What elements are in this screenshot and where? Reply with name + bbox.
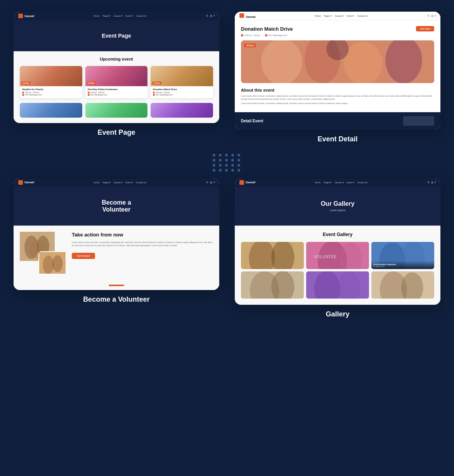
svg-point-15 (271, 242, 294, 269)
gal-nav-home[interactable]: Home (315, 181, 321, 184)
event-detail-section: Gaveall Home Pages ▾ Causes ▾ Event ▾ Co… (235, 12, 440, 147)
event-page-label: Event Page (14, 129, 219, 137)
volunteer-bottom-bar (109, 285, 124, 286)
gallery-hero-title: Our Gallery (321, 200, 354, 207)
detail-social-icons: 𝕏 ◎ f (427, 14, 436, 17)
brand-logo-icon (18, 14, 23, 18)
event-cards-grid: 24 Des Skydive for Charity 3:00 am - 3:3… (20, 66, 213, 98)
volunteer-content-title: Take action from now (72, 232, 213, 238)
gallery-hero: Our Gallery Lorem ipsum (235, 187, 440, 226)
dot (213, 154, 215, 156)
location-dot-2 (88, 94, 90, 96)
event-detail-body: Donation Match Drive Join Now 3:00 am - … (235, 21, 440, 112)
event-page-section: Gaveall Home Pages ▾ Causes ▾ Event ▾ Co… (14, 12, 219, 147)
gal-nav-pages[interactable]: Pages ▾ (324, 181, 331, 184)
event-detail-time: 3:00 am - 3:30 pm (241, 34, 260, 36)
event-bottom-img-3 (151, 103, 213, 118)
detail-nav-event[interactable]: Event ▾ (347, 15, 354, 17)
gal-nav-causes[interactable]: Causes ▾ (334, 181, 343, 184)
join-now-button[interactable]: Join Now (416, 26, 434, 31)
nav-pages[interactable]: Pages ▾ (102, 15, 110, 17)
bottom-row: Gaveall Home Pages ▾ Causes ▾ Event ▾ Co… (14, 178, 440, 322)
volunteer-secondary-image (38, 251, 66, 274)
time-text-3: 3:00 am - 3:30 pm (156, 92, 170, 94)
event-page-body: Upcoming event 24 Des Skydive for Charit… (14, 51, 219, 123)
twitter-icon: 𝕏 (206, 14, 208, 17)
gal-nav-event[interactable]: Event ▾ (347, 181, 354, 184)
gallery-item-3[interactable]: First donation collection 12 Januari 202… (371, 242, 434, 269)
dot (231, 169, 234, 172)
gallery-item-overlay-3: First donation collection 12 Januari 202… (371, 261, 434, 269)
detail-nav-pages[interactable]: Pages ▾ (324, 15, 331, 17)
facebook-icon: f (214, 14, 215, 17)
event-img-2: 25 Des (85, 66, 148, 86)
gallery-img-1 (241, 242, 304, 269)
event-detail-hero-bg (241, 40, 434, 83)
event-card-1[interactable]: 24 Des Skydive for Charity 3:00 am - 3:3… (20, 66, 82, 98)
event-info-3: Donation Match Drive 3:00 am - 3:30 pm #… (151, 86, 213, 98)
event-badge-2: 25 Des (87, 82, 96, 85)
nav-home[interactable]: Home (94, 15, 100, 17)
time-text-2: 3:00 am - 3:30 pm (90, 92, 105, 94)
gallery-img-2: VOLUNTEE (306, 242, 369, 269)
vol-nav-event[interactable]: Event ▾ (126, 181, 133, 184)
volunteer-content: Take action from now Lorem ipsum dolor s… (72, 232, 213, 259)
event-img-3: 30 Des (151, 66, 213, 86)
dot (231, 154, 234, 156)
dot (237, 154, 240, 156)
location-dot-3 (153, 94, 155, 96)
gallery-item-1[interactable] (241, 242, 304, 269)
location-value: #517 Washington Ave (269, 34, 287, 36)
vol-nav-contact[interactable]: Contact Us (136, 181, 146, 184)
social-icons: 𝕏 ◎ f (206, 14, 215, 17)
vol-nav-home[interactable]: Home (94, 181, 100, 184)
gallery-item-4[interactable] (241, 271, 304, 299)
volunteer-hero-text: Become a Volunteer (102, 199, 131, 213)
vol-nav-pages[interactable]: Pages ▾ (102, 181, 110, 184)
dot (213, 164, 215, 167)
gallery-section-title: Event Gallery (241, 232, 434, 237)
gallery-item-date-3: 12 Januari 2021 (373, 266, 432, 268)
dots-separator (12, 151, 442, 174)
nav-causes[interactable]: Causes ▾ (113, 15, 122, 17)
vol-nav-causes[interactable]: Causes ▾ (113, 181, 122, 184)
event-detail-main-title: Donation Match Drive (241, 26, 293, 32)
gallery-item-5[interactable] (306, 271, 369, 299)
detail-nav-causes[interactable]: Causes ▾ (335, 15, 344, 17)
event-detail-brand-name: Gaveall (246, 16, 255, 18)
event-detail-img-badge: 30 Des (244, 43, 256, 47)
event-card-2[interactable]: 25 Des One-Day Online Fundraiser 3:00 am… (85, 66, 148, 98)
detail-twitter-icon: 𝕏 (427, 14, 430, 17)
dot (213, 159, 215, 162)
dot (225, 164, 228, 167)
time-icon (241, 34, 243, 36)
dot (219, 159, 222, 162)
event-card-3[interactable]: 30 Des Donation Match Drive 3:00 am - 3:… (151, 66, 213, 98)
get-started-button[interactable]: Get Started (72, 253, 95, 259)
event-time-2: 3:00 am - 3:30 pm (88, 92, 146, 94)
gal-nav-contact[interactable]: Contact Us (357, 181, 367, 184)
gallery-nav-links: Home Pages ▾ Causes ▾ Event ▾ Contact Us (315, 181, 368, 184)
event-detail-location: #517 Washington Ave (265, 34, 287, 36)
event-bottom-img-2 (85, 103, 148, 118)
nav-event[interactable]: Event ▾ (126, 15, 133, 17)
event-location-1: #517 Washington Ave (22, 94, 80, 96)
detail-nav-home[interactable]: Home (315, 15, 321, 17)
gallery-grid: VOLUNTEE (241, 242, 434, 299)
nav-contact[interactable]: Contact Us (136, 15, 146, 17)
svg-point-14 (249, 242, 275, 269)
detail-nav-contact[interactable]: Contact Us (357, 15, 367, 17)
volunteer-navbar: Gaveall Home Pages ▾ Causes ▾ Event ▾ Co… (14, 178, 219, 187)
event-badge-3: 30 Des (152, 82, 161, 85)
svg-point-4 (385, 40, 422, 83)
gallery-item-2[interactable]: VOLUNTEE (306, 242, 369, 269)
dots-grid (213, 154, 241, 172)
time-value: 3:00 am - 3:30 pm (244, 34, 260, 36)
event-page-nav-links: Home Pages ▾ Causes ▾ Event ▾ Contact Us (94, 15, 147, 17)
gallery-item-6[interactable] (371, 271, 434, 299)
volunteer-nav-links: Home Pages ▾ Causes ▾ Event ▾ Contact Us (94, 181, 147, 184)
event-bottom-row (20, 103, 213, 118)
event-detail-nav-links: Home Pages ▾ Causes ▾ Event ▾ Contact Us (315, 15, 368, 17)
dot (237, 164, 240, 167)
vol-facebook-icon: f (214, 181, 215, 184)
